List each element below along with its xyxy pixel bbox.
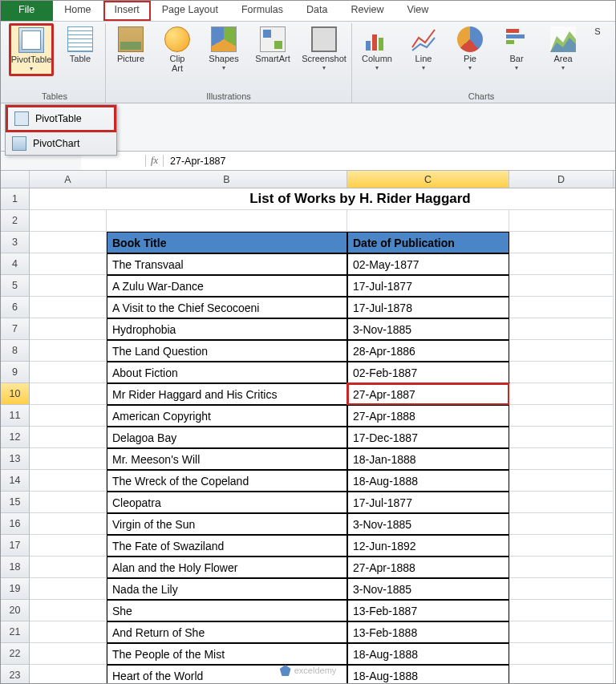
- cell[interactable]: [509, 275, 614, 297]
- cell[interactable]: [30, 427, 107, 448]
- row-header[interactable]: 7: [1, 318, 30, 340]
- cell-date[interactable]: 17-Jul-1877: [347, 275, 509, 297]
- cell-book-title[interactable]: She: [107, 600, 347, 621]
- cell[interactable]: [509, 297, 614, 318]
- cell[interactable]: [509, 253, 614, 275]
- cell-book-title[interactable]: The Wreck of the Copeland: [107, 470, 347, 492]
- cell[interactable]: [30, 405, 107, 427]
- row-header[interactable]: 17: [1, 535, 30, 557]
- select-all-corner[interactable]: [1, 171, 30, 188]
- smartart-button[interactable]: SmartArt: [250, 23, 295, 63]
- column-chart-button[interactable]: Column▾: [357, 23, 397, 71]
- bar-chart-button[interactable]: Bar▾: [496, 23, 537, 71]
- tab-page-layout[interactable]: Page Layout: [151, 1, 230, 21]
- col-header-a[interactable]: A: [30, 171, 107, 188]
- row-header[interactable]: 3: [1, 232, 30, 253]
- row-header[interactable]: 18: [1, 557, 30, 578]
- cell[interactable]: [30, 297, 107, 318]
- cell-book-title[interactable]: Hydrophobia: [107, 318, 347, 340]
- cell[interactable]: [30, 232, 107, 253]
- cell[interactable]: [509, 535, 614, 557]
- cell-book-title[interactable]: American Copyright: [107, 405, 347, 427]
- cell-date[interactable]: 3-Nov-1885: [347, 578, 509, 600]
- cell-date[interactable]: 02-May-1877: [347, 253, 509, 275]
- cell[interactable]: [509, 643, 614, 665]
- cell[interactable]: [30, 210, 107, 232]
- cell[interactable]: [509, 448, 614, 470]
- cell[interactable]: [509, 600, 614, 621]
- cell[interactable]: [509, 492, 614, 513]
- tab-review[interactable]: Review: [339, 1, 395, 21]
- row-header[interactable]: 12: [1, 427, 30, 448]
- cell-book-title[interactable]: The Land Question: [107, 340, 347, 362]
- row-header[interactable]: 2: [1, 210, 30, 232]
- cell[interactable]: [30, 643, 107, 665]
- cell[interactable]: [30, 253, 107, 275]
- screenshot-button[interactable]: Screenshot▾: [302, 23, 346, 71]
- row-header[interactable]: 8: [1, 340, 30, 362]
- cell[interactable]: [30, 492, 107, 513]
- cell-date[interactable]: 02-Feb-1887: [347, 362, 509, 383]
- cell-book-title[interactable]: The People of the Mist: [107, 643, 347, 665]
- cell[interactable]: [509, 578, 614, 600]
- cell[interactable]: [509, 340, 614, 362]
- formula-value[interactable]: 27-Apr-1887: [164, 156, 226, 167]
- sheet-title[interactable]: List of Works by H. Rider Haggard: [107, 188, 614, 210]
- cell[interactable]: [509, 557, 614, 578]
- row-header[interactable]: 1: [1, 188, 30, 210]
- cell[interactable]: [509, 362, 614, 383]
- cell-date[interactable]: 27-Apr-1888: [347, 557, 509, 578]
- cell[interactable]: [30, 621, 107, 643]
- cell-date[interactable]: 18-Jan-1888: [347, 448, 509, 470]
- cell-date[interactable]: 3-Nov-1885: [347, 513, 509, 535]
- cell-date[interactable]: 17-Dec-1887: [347, 427, 509, 448]
- cell[interactable]: [30, 513, 107, 535]
- dropdown-pivottable[interactable]: PivotTable: [8, 107, 114, 130]
- cell-book-title[interactable]: A Visit to the Chief Secocoeni: [107, 297, 347, 318]
- pie-chart-button[interactable]: Pie▾: [450, 23, 490, 71]
- cell-date[interactable]: 13-Feb-1888: [347, 621, 509, 643]
- cell-book-title[interactable]: A Zulu War-Dance: [107, 275, 347, 297]
- cell-book-title[interactable]: Mr Rider Haggard and His Critics: [107, 383, 347, 405]
- tab-data[interactable]: Data: [295, 1, 339, 21]
- cell[interactable]: [30, 318, 107, 340]
- cell[interactable]: [30, 448, 107, 470]
- line-chart-button[interactable]: Line▾: [403, 23, 444, 71]
- row-header[interactable]: 9: [1, 362, 30, 383]
- cell-book-title[interactable]: Virgin of the Sun: [107, 513, 347, 535]
- picture-button[interactable]: Picture: [111, 23, 151, 63]
- cell-date[interactable]: 27-Apr-1887: [347, 383, 509, 405]
- cell-date[interactable]: 28-Apr-1886: [347, 340, 509, 362]
- row-header[interactable]: 10: [1, 383, 30, 405]
- row-header[interactable]: 22: [1, 643, 30, 665]
- row-header[interactable]: 11: [1, 405, 30, 427]
- cell[interactable]: [30, 578, 107, 600]
- cell[interactable]: [509, 513, 614, 535]
- row-header[interactable]: 5: [1, 275, 30, 297]
- cell-book-title[interactable]: The Fate of Swaziland: [107, 535, 347, 557]
- fx-icon[interactable]: fx: [145, 155, 164, 167]
- cell-book-title[interactable]: Cleopatra: [107, 492, 347, 513]
- tab-file[interactable]: File: [1, 1, 53, 21]
- dropdown-pivotchart[interactable]: PivotChart: [6, 132, 116, 155]
- cell[interactable]: [30, 362, 107, 383]
- area-chart-button[interactable]: Area▾: [543, 23, 583, 71]
- row-header[interactable]: 14: [1, 470, 30, 492]
- shapes-button[interactable]: Shapes▾: [204, 23, 244, 71]
- row-header[interactable]: 20: [1, 600, 30, 621]
- col-header-b[interactable]: B: [107, 171, 347, 188]
- row-header[interactable]: 15: [1, 492, 30, 513]
- cell-book-title[interactable]: The Transvaal: [107, 253, 347, 275]
- cell[interactable]: [509, 470, 614, 492]
- col-header-c[interactable]: C: [347, 171, 509, 188]
- cell[interactable]: [509, 383, 614, 405]
- cell-date[interactable]: 13-Feb-1887: [347, 600, 509, 621]
- header-book-title[interactable]: Book Title: [107, 232, 347, 253]
- cell[interactable]: [509, 665, 614, 684]
- cell[interactable]: [509, 427, 614, 448]
- cell-date[interactable]: 3-Nov-1885: [347, 318, 509, 340]
- cell-book-title[interactable]: Alan and the Holy Flower: [107, 557, 347, 578]
- row-header[interactable]: 13: [1, 448, 30, 470]
- clipart-button[interactable]: Clip Art: [157, 23, 197, 73]
- cell-book-title[interactable]: Delagoa Bay: [107, 427, 347, 448]
